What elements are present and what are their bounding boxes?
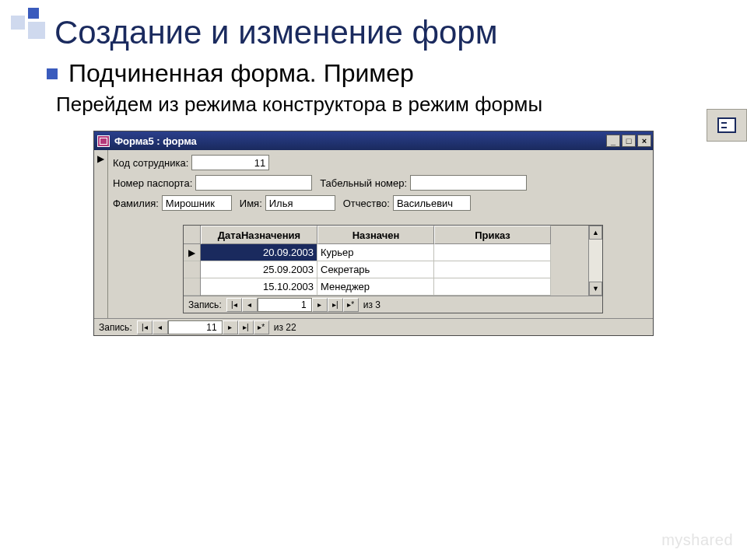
bullet-item: Подчиненная форма. Пример <box>47 59 724 88</box>
minimize-button[interactable]: _ <box>606 135 620 147</box>
nav-next-button[interactable]: ▸ <box>223 320 238 334</box>
recnav-label: Запись: <box>94 322 137 333</box>
passport-label: Номер паспорта: <box>113 177 192 189</box>
nav-prev-button[interactable]: ◂ <box>242 298 258 312</box>
subform-record-navigator: Запись: |◂ ◂ 1 ▸ ▸| ▸* из 3 <box>184 296 602 313</box>
table-row[interactable]: 25.09.2003 Секретарь <box>201 261 588 278</box>
form-record-navigator: Запись: |◂ ◂ 11 ▸ ▸| ▸* из 22 <box>94 318 653 335</box>
cell-date[interactable]: 20.09.2003 <box>201 244 317 261</box>
form-view-mode-button[interactable] <box>707 109 747 142</box>
page-title: Создание и изменение форм <box>54 14 724 51</box>
table-row[interactable]: 20.09.2003 Курьер <box>201 244 588 261</box>
nav-last-button[interactable]: ▸| <box>328 298 343 312</box>
cell-order[interactable] <box>434 244 551 261</box>
tabel-input[interactable] <box>410 175 527 191</box>
maximize-button[interactable]: □ <box>622 135 636 147</box>
nav-new-button[interactable]: ▸* <box>343 298 359 312</box>
subtitle-text: Перейдем из режима конструктора в режим … <box>56 93 724 117</box>
col-header-position[interactable]: Назначен <box>317 226 434 244</box>
emp-code-input[interactable]: 11 <box>191 155 269 170</box>
form-window: Форма5 : форма _ □ × ▶ Код сотрудника: 1… <box>93 131 654 336</box>
recnav-of-label: из 3 <box>359 299 385 310</box>
scroll-down-button[interactable]: ▼ <box>589 282 602 296</box>
firstname-label: Имя: <box>240 198 262 209</box>
nav-last-button[interactable]: ▸| <box>238 320 254 334</box>
scroll-up-button[interactable]: ▲ <box>589 226 602 240</box>
form-view-icon <box>717 117 736 133</box>
emp-code-label: Код сотрудника: <box>113 157 188 169</box>
nav-first-button[interactable]: |◂ <box>137 320 153 334</box>
nav-next-button[interactable]: ▸ <box>312 298 328 312</box>
subform-row-selector[interactable] <box>184 278 200 296</box>
recnav-current-input[interactable]: 1 <box>258 298 312 312</box>
table-row[interactable]: 15.10.2003 Менеджер <box>201 278 588 296</box>
col-header-order[interactable]: Приказ <box>434 226 551 244</box>
firstname-input[interactable]: Илья <box>265 195 335 211</box>
recnav-current-input[interactable]: 11 <box>168 320 223 334</box>
subform-row-selector[interactable]: ▶ <box>184 244 200 261</box>
close-button[interactable]: × <box>637 135 651 147</box>
nav-first-button[interactable]: |◂ <box>226 298 242 312</box>
record-selector[interactable]: ▶ <box>94 150 108 318</box>
bullet-text: Подчиненная форма. Пример <box>68 59 414 88</box>
cell-order[interactable] <box>434 261 551 278</box>
window-title: Форма5 : форма <box>114 135 606 147</box>
titlebar[interactable]: Форма5 : форма _ □ × <box>94 131 653 150</box>
patronymic-label: Отчество: <box>343 198 390 209</box>
cell-date[interactable]: 15.10.2003 <box>201 278 317 296</box>
cell-position[interactable]: Секретарь <box>317 261 434 278</box>
col-header-date[interactable]: ДатаНазначения <box>201 226 317 244</box>
subform: ▶ ДатаНазначения Назначен Приказ 20 <box>183 225 603 313</box>
form-icon <box>97 135 110 147</box>
recnav-of-label: из 22 <box>269 322 301 333</box>
nav-prev-button[interactable]: ◂ <box>153 320 168 334</box>
lastname-input[interactable]: Мирошник <box>162 195 232 211</box>
recnav-label: Запись: <box>184 299 226 310</box>
cell-position[interactable]: Курьер <box>317 244 434 261</box>
patronymic-input[interactable]: Васильевич <box>393 195 471 211</box>
passport-input[interactable] <box>195 175 312 191</box>
watermark: myshared <box>661 531 733 549</box>
cell-order[interactable] <box>434 278 551 296</box>
tabel-label: Табельный номер: <box>320 177 407 189</box>
subform-row-selector[interactable] <box>184 261 200 278</box>
lastname-label: Фамилия: <box>113 198 159 209</box>
bullet-icon <box>47 68 58 79</box>
cell-date[interactable]: 25.09.2003 <box>201 261 317 278</box>
subform-scrollbar[interactable]: ▲ ▼ <box>588 226 602 296</box>
nav-new-button[interactable]: ▸* <box>254 320 269 334</box>
cell-position[interactable]: Менеджер <box>317 278 434 296</box>
